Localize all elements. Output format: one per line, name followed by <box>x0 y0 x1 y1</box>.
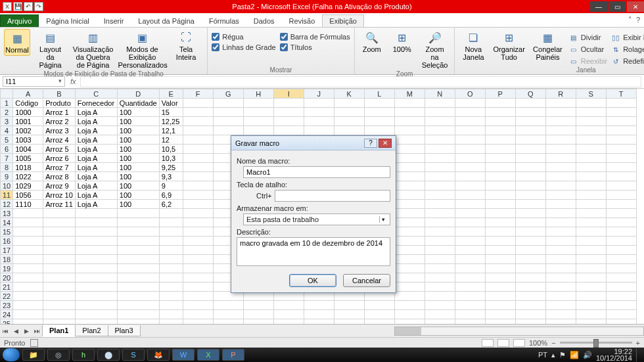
cell-G2[interactable] <box>213 108 243 117</box>
col-header-A[interactable]: A <box>13 89 43 99</box>
cell-M20[interactable] <box>394 273 425 283</box>
cell-S24[interactable] <box>576 310 606 319</box>
cell-O23[interactable] <box>455 301 485 310</box>
cell-E10[interactable]: 9 <box>159 181 183 191</box>
cell-S6[interactable] <box>576 145 606 154</box>
cell-T9[interactable] <box>606 172 636 181</box>
cell-Q22[interactable] <box>515 292 545 301</box>
cell-N10[interactable] <box>425 181 455 191</box>
cell-P17[interactable] <box>485 246 515 255</box>
sync-scroll-button[interactable]: ⇅Rolagem Sincronizada <box>611 45 644 54</box>
zoom-100-button[interactable]: ⊞100% <box>389 29 415 55</box>
cell-F11[interactable] <box>183 191 213 200</box>
row-header-19[interactable]: 19 <box>1 264 13 273</box>
cell-A14[interactable] <box>13 218 43 227</box>
formula-input[interactable] <box>80 76 641 87</box>
cell-B23[interactable] <box>43 301 76 310</box>
cell-D1[interactable]: Quantidade <box>117 99 159 108</box>
col-header-T[interactable]: T <box>606 89 636 99</box>
cell-B12[interactable]: Arroz 11 <box>43 200 76 209</box>
cell-I3[interactable] <box>273 117 304 126</box>
cell-J2[interactable] <box>304 108 334 117</box>
zoom-slider[interactable] <box>560 342 632 344</box>
zoom-out-icon[interactable]: − <box>551 339 555 347</box>
cell-T17[interactable] <box>606 246 636 255</box>
cell-R16[interactable] <box>545 237 576 246</box>
col-header-R[interactable]: R <box>545 89 576 99</box>
cell-B7[interactable]: Arroz 6 <box>43 154 76 163</box>
cell-R21[interactable] <box>545 283 576 292</box>
taskbar-excel-icon[interactable]: X <box>197 349 219 361</box>
cell-O6[interactable] <box>455 145 485 154</box>
cell-C7[interactable]: Loja A <box>75 154 117 163</box>
cell-O12[interactable] <box>455 200 485 209</box>
cell-D22[interactable] <box>117 292 159 301</box>
cell-P10[interactable] <box>485 181 515 191</box>
cell-C24[interactable] <box>75 310 117 319</box>
cell-F21[interactable] <box>183 283 213 292</box>
cell-B13[interactable] <box>43 209 76 218</box>
cell-E24[interactable] <box>159 310 183 319</box>
tab-exibição[interactable]: Exibição <box>322 14 364 27</box>
checkbox-ruler[interactable]: Régua <box>212 33 275 41</box>
cell-O9[interactable] <box>455 172 485 181</box>
cell-R4[interactable] <box>545 126 576 135</box>
view-break-icon[interactable] <box>513 339 525 347</box>
tab-dados[interactable]: Dados <box>246 14 282 27</box>
cell-K4[interactable] <box>334 126 364 135</box>
cell-F15[interactable] <box>183 227 213 237</box>
col-header-L[interactable]: L <box>364 89 394 99</box>
cell-L24[interactable] <box>364 310 394 319</box>
cell-A23[interactable] <box>13 301 43 310</box>
cell-C23[interactable] <box>75 301 117 310</box>
cell-O4[interactable] <box>455 126 485 135</box>
cell-A9[interactable]: 1022 <box>13 172 43 181</box>
cell-A1[interactable]: Código <box>13 99 43 108</box>
cell-C3[interactable]: Loja A <box>75 117 117 126</box>
cell-M18[interactable] <box>394 255 425 264</box>
cell-O19[interactable] <box>455 264 485 273</box>
cell-M11[interactable] <box>394 191 425 200</box>
cell-P22[interactable] <box>485 292 515 301</box>
cell-G24[interactable] <box>213 310 243 319</box>
cell-E9[interactable]: 9,3 <box>159 172 183 181</box>
cell-E1[interactable]: Valor <box>159 99 183 108</box>
cell-I24[interactable] <box>273 310 304 319</box>
cell-R7[interactable] <box>545 154 576 163</box>
ribbon-help-icon[interactable]: ? <box>636 16 640 24</box>
col-header-N[interactable]: N <box>425 89 455 99</box>
cell-S8[interactable] <box>576 163 606 172</box>
row-header-17[interactable]: 17 <box>1 246 13 255</box>
cell-T7[interactable] <box>606 154 636 163</box>
taskbar-chrome-icon[interactable]: ◎ <box>47 349 70 361</box>
cell-A7[interactable]: 1005 <box>13 154 43 163</box>
cell-C5[interactable]: Loja A <box>75 135 117 145</box>
cell-E16[interactable] <box>159 237 183 246</box>
cell-M7[interactable] <box>394 154 425 163</box>
cell-N12[interactable] <box>425 200 455 209</box>
cell-R5[interactable] <box>545 135 576 145</box>
new-window-button[interactable]: ❏Nova Janela <box>459 29 488 62</box>
cell-T2[interactable] <box>606 108 636 117</box>
cell-T6[interactable] <box>606 145 636 154</box>
cell-D3[interactable]: 100 <box>117 117 159 126</box>
cell-R20[interactable] <box>545 273 576 283</box>
cell-E21[interactable] <box>159 283 183 292</box>
row-header-9[interactable]: 9 <box>1 172 13 181</box>
tray-chevron-icon[interactable]: ▴ <box>551 351 555 359</box>
cell-E23[interactable] <box>159 301 183 310</box>
cell-P14[interactable] <box>485 218 515 227</box>
cell-A11[interactable]: 1056 <box>13 191 43 200</box>
cell-Q19[interactable] <box>515 264 545 273</box>
taskbar-word-icon[interactable]: W <box>172 349 195 361</box>
cell-F9[interactable] <box>183 172 213 181</box>
cell-T1[interactable] <box>606 99 636 108</box>
col-header-I[interactable]: I <box>273 89 304 99</box>
taskbar-firefox-icon[interactable]: 🦊 <box>147 349 170 361</box>
cell-M14[interactable] <box>394 218 425 227</box>
col-header-M[interactable]: M <box>394 89 425 99</box>
cell-K2[interactable] <box>334 108 364 117</box>
cell-C16[interactable] <box>75 237 117 246</box>
cell-Q3[interactable] <box>515 117 545 126</box>
sheet-nav-prev[interactable]: ◀ <box>11 328 21 334</box>
